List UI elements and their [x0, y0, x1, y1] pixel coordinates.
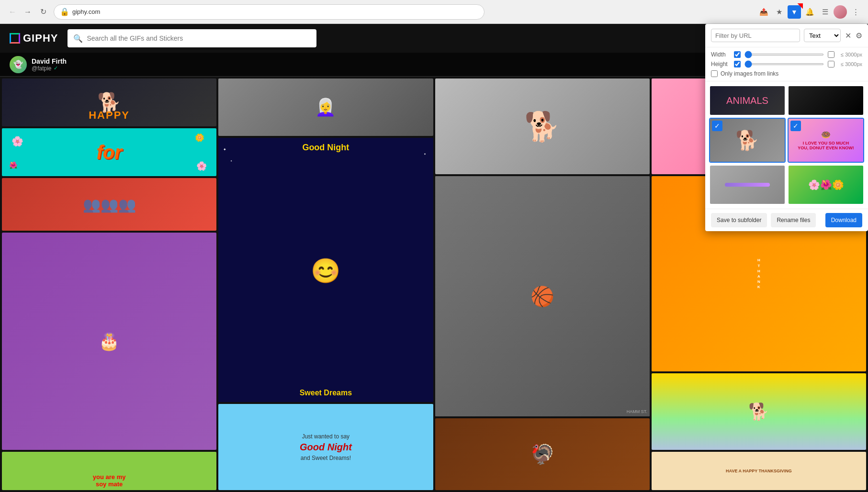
height-filter-row: Height ≤ 3000px	[711, 61, 862, 67]
panel-image-item-6[interactable]: 🌸🌺🌼	[788, 165, 864, 205]
user-avatar: 👻	[10, 56, 27, 73]
logo-text: GIPHY	[23, 32, 58, 45]
just-wanted-line2: Good Night	[300, 442, 352, 453]
download-button[interactable]: Download	[825, 213, 862, 227]
gif-item-snoopy[interactable]: 🐕	[652, 373, 866, 450]
panel-url-input[interactable]	[711, 29, 800, 42]
page-content: GIPHY 🔍 👻 David Firth @fatpie ✓	[0, 24, 868, 492]
thanksgiving-text: HAVE A HAPPY THANKSGIVING	[726, 469, 792, 473]
panel-settings-button[interactable]: ⚙	[856, 30, 863, 41]
width-label: Width	[711, 51, 730, 58]
width-max-checkbox[interactable]	[828, 51, 834, 58]
search-bar[interactable]: 🔍	[68, 29, 316, 47]
panel-image-item-5[interactable]	[709, 165, 786, 205]
gif-item-person[interactable]: 👩‍🦳	[218, 78, 433, 136]
save-subfolder-button[interactable]: Save to subfolder	[711, 213, 767, 227]
url-text: giphy.com	[72, 8, 478, 15]
search-icon: 🔍	[73, 34, 83, 43]
gif-item-turkey-cooking[interactable]: 🦃	[435, 418, 650, 490]
panel-check-icon-2: ✓	[790, 121, 801, 131]
just-wanted-line1: Just wanted to say	[302, 433, 349, 440]
gif-item-cartoon[interactable]: 🎂	[2, 233, 216, 450]
width-min-slider[interactable]	[744, 54, 824, 56]
only-images-checkbox[interactable]	[711, 70, 718, 77]
width-min-checkbox[interactable]	[734, 51, 741, 58]
gif-column-3: 🐕 🏀 HAMM ST. 🦃	[435, 78, 650, 490]
gif-item[interactable]: 🐕 HAPPY	[2, 78, 216, 126]
user-handle: @fatpie ✓	[32, 65, 67, 72]
red-corner-indicator	[797, 3, 803, 9]
good-night-text: Good Night	[302, 143, 349, 153]
height-label: Height	[711, 61, 730, 67]
panel-check-icon: ✓	[712, 121, 722, 131]
width-max-value: ≤ 3000px	[838, 52, 862, 57]
panel-image-item-1[interactable]: ANIMALS	[709, 85, 786, 116]
browser-chrome: ← → ↻ 🔒 giphy.com 📤 ★ ▼ 🔔 ☰ ⋮	[0, 0, 868, 24]
height-min-slider[interactable]	[744, 63, 824, 65]
only-images-row: Only images from links	[711, 70, 862, 77]
only-images-label: Only images from links	[721, 70, 778, 77]
just-wanted-line3: and Sweet Dreams!	[301, 455, 351, 461]
refresh-button[interactable]: ↻	[36, 5, 50, 19]
verified-badge: ✓	[54, 65, 58, 71]
height-max-checkbox[interactable]	[828, 61, 834, 67]
panel-filters: Width ≤ 3000px Height ≤ 3000px Only imag…	[705, 47, 868, 81]
extension-icon[interactable]: ▼	[788, 5, 801, 19]
browser-toolbar-right: 📤 ★ ▼ 🔔 ☰ ⋮	[757, 5, 862, 19]
sidebar-button[interactable]: ☰	[818, 5, 832, 19]
panel-images-grid: ANIMALS ✓ 🐕 ✓ 🍩 I LOVE YOU SO MUCHYOU, D…	[705, 81, 868, 209]
panel-header: Text Images All ✕ ⚙	[705, 24, 868, 47]
forward-button[interactable]: →	[21, 5, 34, 19]
user-name: David Firth	[32, 57, 67, 65]
giphy-logo[interactable]: GIPHY	[10, 32, 58, 45]
panel-overlay: Text Images All ✕ ⚙ Width ≤ 3000px Heigh…	[705, 24, 868, 231]
notifications-button[interactable]: 🔔	[803, 5, 816, 19]
gif-item-thanksgiving-happy[interactable]: HAVE A HAPPY THANKSGIVING	[652, 452, 866, 490]
panel-footer: Save to subfolder Rename files Download	[705, 209, 868, 231]
happy-text: HAPPY	[89, 109, 130, 122]
menu-button[interactable]: ⋮	[849, 5, 862, 19]
gif-item-crowd[interactable]: 👥👥👥	[2, 178, 216, 231]
avatar-inner: 👻	[10, 56, 27, 73]
address-bar[interactable]: 🔒 giphy.com	[54, 4, 485, 20]
gif-item-basketball[interactable]: 🏀 HAMM ST.	[435, 176, 650, 416]
width-filter-row: Width ≤ 3000px	[711, 51, 862, 58]
for-text: for	[96, 142, 122, 163]
gif-column-2: 👩‍🦳 Good Night 😊 Sweet Dreams ✦ ✦ ✦	[218, 78, 433, 490]
bookmark-button[interactable]: ★	[772, 5, 786, 19]
nav-buttons: ← → ↻	[6, 5, 50, 19]
profile-avatar[interactable]	[834, 5, 847, 19]
panel-close-button[interactable]: ✕	[845, 30, 852, 41]
rename-files-button[interactable]: Rename files	[771, 213, 816, 227]
gif-column-1: 🐕 HAPPY for 🌸 🌼 🌺 🌸 👥👥👥	[2, 78, 216, 490]
gif-item-you-are[interactable]: you are mysoy mate	[2, 452, 216, 490]
back-button[interactable]: ←	[6, 5, 19, 19]
save-page-button[interactable]: 📤	[757, 5, 770, 19]
panel-type-select[interactable]: Text Images All	[804, 29, 841, 42]
gif-item-for[interactable]: for 🌸 🌼 🌺 🌸	[2, 128, 216, 176]
logo-square-icon	[10, 33, 20, 44]
panel-image-item-3[interactable]: ✓ 🐕	[709, 118, 786, 163]
height-min-checkbox[interactable]	[734, 61, 741, 67]
panel-image-item-2[interactable]	[788, 85, 864, 116]
search-input[interactable]	[87, 34, 311, 42]
gif-item-good-night[interactable]: Good Night 😊 Sweet Dreams ✦ ✦ ✦	[218, 138, 433, 402]
lock-icon: 🔒	[60, 7, 69, 16]
height-max-value: ≤ 3000px	[838, 61, 862, 67]
gif-item-dog-hat[interactable]: 🐕	[435, 78, 650, 174]
sweet-dreams-text: Sweet Dreams	[300, 389, 352, 397]
gif-item-just-wanted[interactable]: Just wanted to say Good Night and Sweet …	[218, 404, 433, 490]
panel-image-item-4[interactable]: ✓ 🍩 I LOVE YOU SO MUCHYOU, DONUT EVEN KN…	[788, 118, 864, 163]
user-info: David Firth @fatpie ✓	[32, 57, 67, 72]
